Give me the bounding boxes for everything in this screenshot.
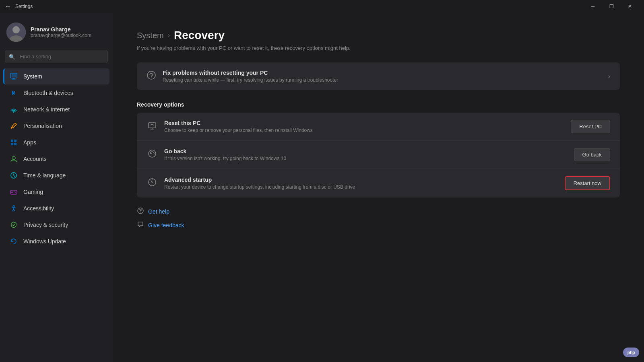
reset-pc-button[interactable]: Reset PC	[571, 120, 610, 133]
fix-problems-icon	[147, 70, 156, 82]
give-feedback-label: Give feedback	[148, 222, 184, 228]
personalisation-icon	[10, 122, 18, 130]
titlebar: ← Settings ─ ❐ ✕	[0, 0, 644, 13]
sidebar-item-system[interactable]: System	[3, 68, 109, 84]
breadcrumb-current: Recovery	[174, 29, 225, 42]
advanced-startup-text: Advanced startup Restart your device to …	[164, 177, 558, 190]
sidebar-item-accounts[interactable]: Accounts	[3, 151, 109, 167]
get-help-label: Get help	[148, 208, 169, 215]
sidebar: Pranav Gharge pranavgharge@outlook.com 🔍…	[0, 13, 113, 362]
option-reset-pc: Reset this PC Choose to keep or remove y…	[137, 113, 620, 141]
give-feedback-icon	[137, 221, 144, 230]
breadcrumb-separator: ›	[168, 32, 170, 39]
search-input[interactable]	[5, 50, 108, 63]
fix-problems-text: Fix problems without resetting your PC R…	[163, 70, 338, 83]
sidebar-item-time-label: Time & language	[23, 172, 66, 179]
sidebar-item-privacy[interactable]: Privacy & security	[3, 217, 109, 233]
sidebar-item-update[interactable]: Windows Update	[3, 233, 109, 249]
close-button[interactable]: ✕	[621, 0, 639, 13]
svg-rect-4	[12, 74, 16, 77]
sidebar-item-gaming-label: Gaming	[23, 189, 43, 195]
option-go-back: Go back If this version isn't working, t…	[137, 141, 620, 169]
sidebar-item-personalisation-label: Personalisation	[23, 123, 62, 129]
sidebar-item-bluetooth[interactable]: Bluetooth & devices	[3, 85, 109, 101]
go-back-title: Go back	[164, 148, 568, 154]
accounts-icon	[10, 155, 18, 163]
app-container: Pranav Gharge pranavgharge@outlook.com 🔍…	[0, 13, 644, 362]
sidebar-item-network-label: Network & internet	[23, 106, 70, 113]
svg-point-17	[14, 191, 15, 192]
sidebar-item-accessibility[interactable]: Accessibility	[3, 200, 109, 216]
user-info: Pranav Gharge pranavgharge@outlook.com	[31, 26, 91, 38]
give-feedback-link[interactable]: Give feedback	[137, 221, 620, 230]
app-title: Settings	[15, 4, 33, 9]
sidebar-item-gaming[interactable]: Gaming	[3, 184, 109, 200]
user-profile[interactable]: Pranav Gharge pranavgharge@outlook.com	[0, 16, 113, 50]
svg-rect-5	[12, 78, 15, 79]
advanced-startup-icon	[147, 177, 158, 189]
advanced-startup-subtitle: Restart your device to change startup se…	[164, 184, 558, 190]
back-button[interactable]: ←	[5, 3, 11, 10]
svg-point-27	[152, 181, 153, 183]
svg-point-29	[140, 212, 140, 212]
go-back-text: Go back If this version isn't working, t…	[164, 148, 568, 161]
restore-button[interactable]: ❐	[602, 0, 621, 13]
network-icon	[10, 105, 18, 113]
minimize-button[interactable]: ─	[584, 0, 602, 13]
bluetooth-icon	[10, 89, 18, 97]
chevron-right-icon: ›	[608, 73, 610, 80]
recovery-options-title: Recovery options	[137, 101, 620, 108]
window-controls: ─ ❐ ✕	[584, 0, 639, 13]
sidebar-item-accounts-label: Accounts	[23, 156, 47, 162]
search-icon: 🔍	[9, 53, 15, 60]
sidebar-item-update-label: Windows Update	[23, 238, 66, 245]
svg-rect-11	[14, 143, 17, 145]
time-icon	[10, 171, 18, 179]
go-back-subtitle: If this version isn't working, try going…	[164, 156, 568, 161]
php-badge: php	[623, 348, 639, 357]
svg-point-25	[149, 150, 156, 157]
apps-icon	[10, 138, 18, 146]
svg-point-19	[13, 206, 14, 207]
user-email: pranavgharge@outlook.com	[31, 33, 91, 38]
sidebar-item-personalisation[interactable]: Personalisation	[3, 118, 109, 134]
fix-problems-card[interactable]: Fix problems without resetting your PC R…	[137, 62, 620, 90]
svg-rect-9	[14, 140, 17, 142]
svg-point-12	[12, 156, 15, 160]
main-content: System › Recovery If you're having probl…	[113, 13, 644, 362]
reset-pc-icon	[147, 121, 158, 133]
option-advanced-startup: Advanced startup Restart your device to …	[137, 169, 620, 197]
svg-point-1	[12, 26, 20, 33]
reset-pc-subtitle: Choose to keep or remove your personal f…	[164, 128, 564, 133]
restart-now-button[interactable]: Restart now	[565, 176, 610, 190]
accessibility-icon	[10, 204, 18, 212]
sidebar-item-accessibility-label: Accessibility	[23, 205, 54, 212]
recovery-options-container: Reset this PC Choose to keep or remove y…	[137, 113, 620, 197]
avatar	[6, 23, 26, 42]
sidebar-item-apps-label: Apps	[23, 139, 36, 146]
svg-rect-10	[11, 143, 13, 145]
advanced-startup-title: Advanced startup	[164, 177, 558, 183]
page-subtitle: If you're having problems with your PC o…	[137, 45, 620, 51]
sidebar-item-apps[interactable]: Apps	[3, 134, 109, 150]
svg-rect-22	[149, 123, 156, 128]
go-back-button[interactable]: Go back	[574, 148, 610, 161]
help-links: Get help Give feedback	[137, 207, 620, 230]
update-icon	[10, 237, 18, 245]
svg-point-7	[13, 112, 14, 113]
breadcrumb-parent[interactable]: System	[137, 31, 164, 40]
breadcrumb: System › Recovery	[137, 29, 620, 42]
sidebar-item-privacy-label: Privacy & security	[23, 222, 68, 228]
svg-rect-6	[12, 79, 16, 80]
fix-problems-title: Fix problems without resetting your PC	[163, 70, 338, 76]
svg-point-21	[151, 78, 152, 78]
system-icon	[10, 72, 18, 80]
sidebar-nav: System Bluetooth & devices	[0, 68, 113, 250]
go-back-icon	[147, 149, 158, 161]
sidebar-item-bluetooth-label: Bluetooth & devices	[23, 90, 73, 96]
sidebar-item-network[interactable]: Network & internet	[3, 101, 109, 117]
svg-point-18	[15, 192, 16, 193]
get-help-link[interactable]: Get help	[137, 207, 620, 216]
sidebar-item-time[interactable]: Time & language	[3, 167, 109, 183]
privacy-icon	[10, 221, 18, 229]
